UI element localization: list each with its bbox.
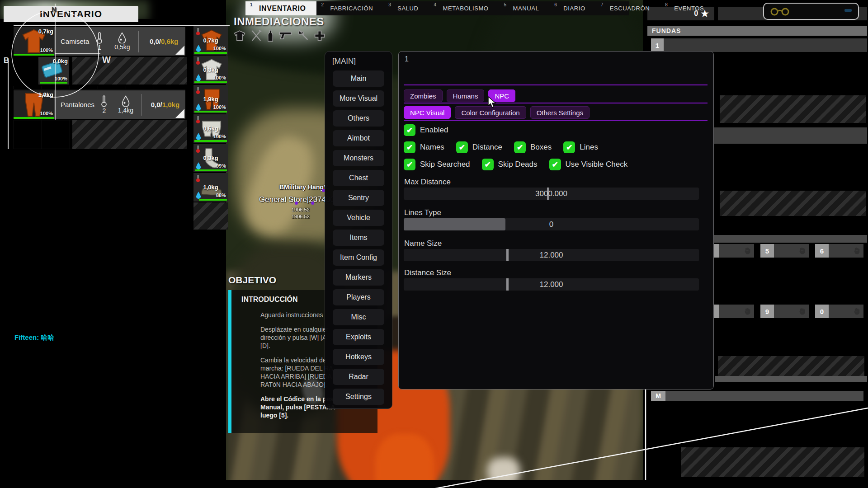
slider-label-distance-size: Distance Size bbox=[404, 268, 451, 277]
checkbox-checked[interactable] bbox=[404, 141, 415, 153]
shirt-filter-icon[interactable] bbox=[234, 30, 245, 42]
equip-slot-tshirt[interactable]: 0,3kg 100% bbox=[193, 56, 228, 84]
tab-humans[interactable]: Humans bbox=[447, 89, 485, 102]
menu-item-chest[interactable]: Chest bbox=[333, 170, 384, 186]
durability-bar bbox=[199, 199, 227, 201]
durability-bar bbox=[194, 81, 227, 83]
menu-item-aimbot[interactable]: Aimbot bbox=[333, 130, 384, 146]
menu-item-more-visual[interactable]: More Visual bbox=[333, 90, 384, 107]
subtab-npc-visual[interactable]: NPC Visual bbox=[404, 106, 451, 119]
slider-max-distance[interactable]: 3000.000 bbox=[404, 188, 699, 200]
hotbar-slot-bar[interactable] bbox=[829, 244, 863, 258]
slider-name-size[interactable]: 12.000 bbox=[404, 249, 699, 261]
bottle-filter-icon[interactable] bbox=[267, 30, 274, 42]
checkbox-checked[interactable] bbox=[514, 141, 526, 153]
slider-lines-type[interactable]: 0 bbox=[404, 218, 699, 230]
menu-item-monsters[interactable]: Monsters bbox=[333, 150, 384, 166]
cheat-npc-panel: 1 Zombies Humans NPC NPC Visual Color Co… bbox=[398, 51, 714, 389]
checkbox-lines[interactable]: Lines bbox=[563, 141, 598, 153]
temperature-icon bbox=[196, 57, 200, 66]
checkbox-checked[interactable] bbox=[549, 159, 561, 170]
menu-item-others[interactable]: Others bbox=[333, 110, 384, 127]
hammer-filter-icon[interactable] bbox=[297, 30, 309, 42]
inventory-row-pantalones[interactable]: 1,9kg 100% Pantalones 2 1,4kg 0,0/1,0kg bbox=[14, 90, 185, 119]
hotbar-slot-bar[interactable] bbox=[774, 244, 809, 258]
checkbox-skip-searched[interactable]: Skip Searched bbox=[404, 159, 470, 170]
tab-zombies[interactable]: Zombies bbox=[404, 89, 443, 102]
equip-slot-pants[interactable]: 1,9kg 100% bbox=[193, 85, 228, 113]
inventory-row-camiseta[interactable]: 0,7kg 100% Camiseta 1 0,5kg 0,0/0,6kg bbox=[14, 27, 185, 56]
item-durability: 100% bbox=[213, 75, 226, 80]
blocked-slot-area bbox=[72, 57, 187, 84]
menu-item-sentry[interactable]: Sentry bbox=[333, 190, 384, 206]
locked-section bbox=[681, 447, 864, 477]
tab-metabolismo[interactable]: 4METABOLISMO bbox=[429, 1, 500, 15]
menu-item-items[interactable]: Items bbox=[333, 230, 384, 246]
menu-item-main[interactable]: Main bbox=[333, 70, 384, 87]
esp-coordinate: 1906.52 bbox=[292, 207, 310, 212]
checkbox-boxes[interactable]: Boxes bbox=[514, 141, 552, 153]
menu-item-markers[interactable]: Markers bbox=[333, 269, 384, 286]
section-bar bbox=[715, 376, 867, 382]
checkbox-checked[interactable] bbox=[404, 159, 415, 170]
tab-fabricacion[interactable]: 2FABRICACIÓN bbox=[316, 1, 384, 15]
item-thumbnail-pants[interactable]: 1,9kg 100% bbox=[14, 90, 54, 119]
hotbar-slot-bar[interactable] bbox=[829, 305, 863, 318]
equipped-glasses-slot[interactable] bbox=[763, 3, 859, 20]
top-tab-bar: 1INVENTARIO 2FABRICACIÓN 3SALUD 4METABOL… bbox=[245, 1, 629, 15]
equip-slot-shorts[interactable]: 0,6kg 100% bbox=[193, 114, 228, 143]
grid-area bbox=[14, 120, 72, 149]
menu-item-players[interactable]: Players bbox=[333, 289, 384, 305]
menu-item-settings[interactable]: Settings bbox=[333, 389, 384, 405]
equip-slot-socks[interactable]: 0,3kg 99% bbox=[193, 144, 228, 172]
hotbar-column-5-9[interactable]: 5 9 bbox=[760, 244, 809, 321]
menu-item-misc[interactable]: Misc bbox=[333, 309, 384, 325]
slot-card-item[interactable]: 0,0kg 100% bbox=[38, 57, 69, 84]
checkbox-checked[interactable] bbox=[404, 124, 415, 136]
utensils-filter-icon[interactable] bbox=[250, 30, 262, 42]
tab-number: 6 bbox=[554, 2, 557, 7]
hotbar-column-6-0[interactable]: 6 0 bbox=[815, 244, 863, 321]
holster-slot-1-number[interactable]: 1 bbox=[651, 38, 664, 52]
subtab-others-settings[interactable]: Others Settings bbox=[530, 106, 590, 119]
equipment-column: 0,7kg 100% 0,3kg 100% 1,9kg 100% 0,6kg 1… bbox=[193, 26, 228, 230]
pistol-filter-icon[interactable] bbox=[278, 30, 292, 42]
equip-slot-shoes[interactable]: 1,0kg 88% bbox=[193, 173, 228, 202]
tab-inventario[interactable]: 1INVENTARIO bbox=[245, 1, 316, 15]
tab-manual[interactable]: 5MANUAL bbox=[500, 1, 550, 15]
checkbox-skip-deads[interactable]: Skip Deads bbox=[482, 159, 538, 170]
menu-item-radar[interactable]: Radar bbox=[333, 369, 384, 385]
tab-diario[interactable]: 6DIARIO bbox=[550, 1, 596, 15]
hotbar-slot-bar[interactable] bbox=[774, 305, 809, 318]
item-weight: 0,3kg bbox=[203, 155, 218, 161]
map-slot-bar[interactable] bbox=[665, 391, 863, 401]
checkbox-checked[interactable] bbox=[482, 159, 494, 170]
hotbar-slot-bar[interactable] bbox=[719, 305, 754, 318]
holster-slot-1-bar[interactable] bbox=[664, 38, 867, 52]
capacity-value: 0,0/1,0kg bbox=[145, 101, 185, 108]
hotbar-slot-bar[interactable] bbox=[719, 244, 754, 258]
menu-item-hotkeys[interactable]: Hotkeys bbox=[333, 349, 384, 365]
checkbox-checked[interactable] bbox=[563, 141, 575, 153]
map-slot-m[interactable]: M bbox=[651, 391, 665, 401]
checkbox-use-visible-check[interactable]: Use Visible Check bbox=[549, 159, 628, 170]
plus-filter-icon[interactable] bbox=[314, 30, 326, 42]
blocked-equip-slot bbox=[193, 202, 228, 230]
menu-item-item-config[interactable]: Item Config bbox=[333, 249, 384, 266]
item-durability: 100% bbox=[55, 76, 67, 81]
wetness-icon bbox=[195, 132, 202, 140]
checkbox-names[interactable]: Names bbox=[404, 141, 444, 153]
checkbox-enabled[interactable]: Enabled bbox=[404, 124, 448, 136]
tab-eventos[interactable]: 8EVENTOS bbox=[660, 1, 715, 15]
tab-salud[interactable]: 3SALUD bbox=[384, 1, 429, 15]
checkbox-checked[interactable] bbox=[456, 141, 468, 153]
menu-item-vehicle[interactable]: Vehicle bbox=[333, 210, 384, 226]
hotbar-slot-number-5: 5 bbox=[760, 244, 774, 258]
item-thumbnail-shirt[interactable]: 0,7kg 100% bbox=[14, 27, 54, 56]
hand-icon bbox=[743, 307, 752, 316]
menu-item-exploits[interactable]: Exploits bbox=[333, 329, 384, 345]
equip-slot-shirt[interactable]: 0,7kg 100% bbox=[193, 26, 228, 55]
checkbox-distance[interactable]: Distance bbox=[456, 141, 502, 153]
tab-escuadron[interactable]: 7ESCUADRÓN bbox=[596, 1, 660, 15]
slider-distance-size[interactable]: 12.000 bbox=[404, 278, 699, 291]
